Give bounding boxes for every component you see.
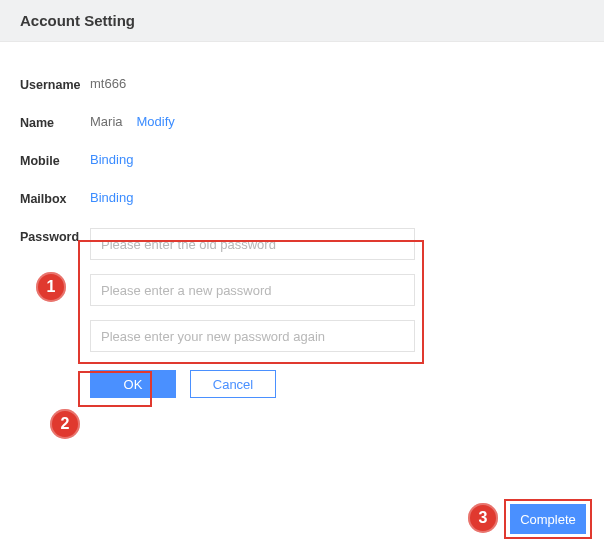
modify-link[interactable]: Modify xyxy=(137,114,175,129)
row-mobile: Mobile Binding xyxy=(20,152,584,168)
value-name: Maria Modify xyxy=(90,114,175,129)
password-form: OK Cancel xyxy=(90,228,430,398)
row-mailbox: Mailbox Binding xyxy=(20,190,584,206)
new-password-input[interactable] xyxy=(90,274,415,306)
confirm-password-input[interactable] xyxy=(90,320,415,352)
mailbox-binding-link[interactable]: Binding xyxy=(90,190,133,205)
label-mobile: Mobile xyxy=(20,152,90,168)
content: Username mt666 Name Maria Modify Mobile … xyxy=(0,42,604,398)
label-name: Name xyxy=(20,114,90,130)
old-password-input[interactable] xyxy=(90,228,415,260)
row-name: Name Maria Modify xyxy=(20,114,584,130)
name-text: Maria xyxy=(90,114,123,129)
row-username: Username mt666 xyxy=(20,76,584,92)
cancel-button[interactable]: Cancel xyxy=(190,370,276,398)
password-buttons: OK Cancel xyxy=(90,370,430,398)
label-mailbox: Mailbox xyxy=(20,190,90,206)
complete-button[interactable]: Complete xyxy=(510,504,586,534)
value-username: mt666 xyxy=(90,76,126,91)
header-bar: Account Setting xyxy=(0,0,604,42)
label-username: Username xyxy=(20,76,90,92)
mobile-binding-link[interactable]: Binding xyxy=(90,152,133,167)
page-title: Account Setting xyxy=(20,12,135,29)
annotation-marker-2: 2 xyxy=(50,409,80,439)
label-password: Password xyxy=(20,228,90,244)
ok-button[interactable]: OK xyxy=(90,370,176,398)
row-password: Password OK Cancel xyxy=(20,228,584,398)
annotation-marker-3: 3 xyxy=(468,503,498,533)
